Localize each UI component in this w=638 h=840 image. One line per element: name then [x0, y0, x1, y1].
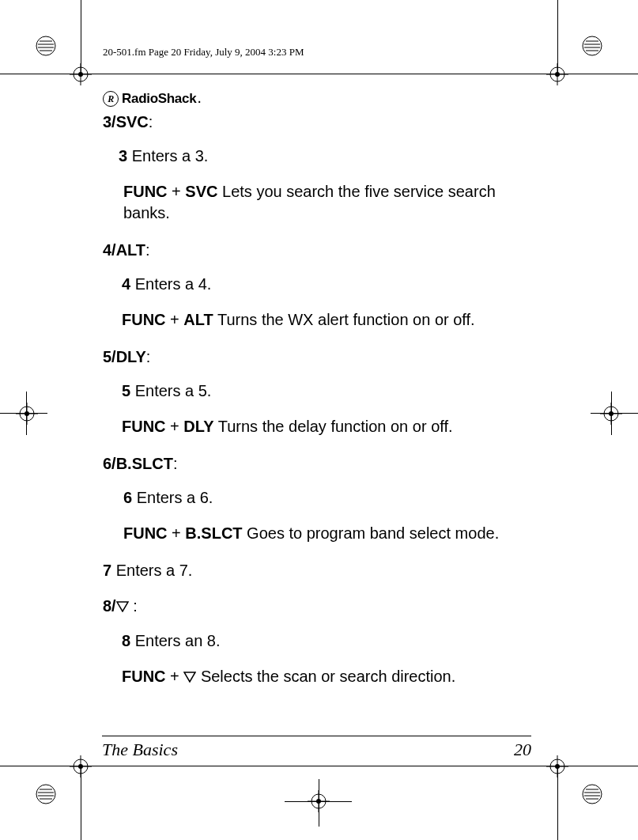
- triangle-down-icon: [183, 667, 196, 688]
- key-label: 3: [119, 147, 127, 165]
- key-label: 4: [122, 275, 130, 293]
- register-mark-icon: [581, 35, 603, 57]
- crosshair-icon: [600, 403, 622, 425]
- entry-3-svc: 3/SVC:: [103, 113, 534, 131]
- plus-text: +: [166, 311, 184, 328]
- svg-marker-48: [117, 602, 128, 611]
- entry-4-alt: 4/ALT:: [103, 241, 534, 259]
- footer-page-number: 20: [514, 740, 531, 760]
- register-mark-icon: [581, 783, 603, 805]
- key-label: FUNC: [123, 183, 168, 200]
- crosshair-icon: [546, 755, 568, 778]
- key-label: 7: [103, 562, 111, 579]
- entry-5-dly: 5/DLY:: [103, 348, 534, 366]
- entry-line: FUNC + Selects the scan or search direct…: [122, 666, 534, 688]
- svg-point-5: [583, 36, 602, 55]
- entry-line: 3 Enters a 3.: [119, 146, 534, 167]
- crosshair-icon: [546, 63, 568, 85]
- entry-colon: :: [146, 348, 151, 365]
- register-mark-icon: [35, 35, 57, 57]
- register-mark-icon: [35, 783, 57, 805]
- brand-name: RadioShack: [122, 91, 196, 107]
- desc-text: Enters a 6.: [132, 489, 213, 506]
- footer-rule: [102, 736, 531, 736]
- key-label: ALT: [183, 311, 213, 328]
- entry-colon: :: [173, 455, 178, 472]
- entry-key: 4/ALT: [103, 241, 145, 259]
- entry-line: 6 Enters a 6.: [123, 487, 534, 509]
- brand-dot: .: [198, 93, 201, 105]
- svg-point-15: [583, 785, 602, 804]
- entry-line: FUNC + SVC Lets you search the five serv…: [123, 181, 534, 224]
- plus-text: +: [168, 524, 186, 542]
- entry-line: FUNC + ALT Turns the WX alert function o…: [122, 309, 534, 331]
- key-label: 6: [123, 489, 132, 506]
- key-label: FUNC: [122, 311, 166, 328]
- svg-point-10: [36, 785, 55, 804]
- entry-colon: :: [145, 241, 150, 259]
- plus-text: +: [166, 418, 184, 435]
- desc-text: Goes to program band select mode.: [243, 524, 500, 542]
- desc-text: Enters a 3.: [127, 147, 208, 165]
- key-label: FUNC: [122, 418, 166, 435]
- crop-tick: [319, 779, 319, 827]
- entry-colon: :: [129, 597, 138, 615]
- entry-7: 7 Enters a 7.: [103, 562, 534, 580]
- key-label: DLY: [183, 418, 213, 435]
- key-label: SVC: [185, 183, 217, 200]
- page-content: R RadioShack. 3/SVC: 3 Enters a 3. FUNC …: [103, 91, 534, 688]
- desc-text: Selects the scan or search direction.: [196, 668, 455, 685]
- footer-section-title: The Basics: [102, 740, 178, 760]
- entry-line: 5 Enters a 5.: [122, 380, 534, 402]
- desc-text: Enters a 4.: [130, 275, 211, 293]
- page-footer: The Basics 20: [102, 736, 531, 760]
- key-label: 5: [122, 382, 130, 399]
- entry-line: 8 Enters an 8.: [122, 630, 534, 652]
- crop-line-bottom: [0, 766, 638, 766]
- entry-6-bslct: 6/B.SLCT:: [103, 455, 534, 473]
- svg-point-0: [36, 36, 55, 55]
- plus-text: +: [168, 183, 186, 200]
- entry-colon: :: [149, 113, 153, 131]
- desc-text: Enters a 7.: [111, 562, 192, 579]
- entry-line: 4 Enters a 4.: [122, 274, 534, 295]
- entry-key: 8/: [103, 597, 116, 615]
- svg-marker-49: [184, 672, 195, 682]
- brand-logo: R RadioShack.: [103, 91, 534, 107]
- triangle-down-icon: [116, 598, 129, 616]
- entry-key: 6/B.SLCT: [103, 455, 173, 472]
- key-label: B.SLCT: [185, 524, 242, 542]
- crosshair-icon: [70, 755, 92, 778]
- plus-text: +: [166, 668, 184, 685]
- crosshair-icon: [70, 63, 92, 85]
- key-label: 8: [122, 632, 130, 649]
- page-meta-header: 20-501.fm Page 20 Friday, July 9, 2004 3…: [103, 46, 304, 59]
- entry-key: 5/DLY: [103, 348, 146, 365]
- key-label: FUNC: [122, 668, 166, 685]
- desc-text: Enters an 8.: [130, 632, 220, 649]
- desc-text: Turns the delay function on or off.: [214, 418, 453, 435]
- desc-text: Turns the WX alert function on or off.: [213, 311, 475, 328]
- entry-8-down: 8/ :: [103, 597, 534, 616]
- desc-text: Enters a 5.: [130, 382, 211, 399]
- registered-mark-icon: R: [103, 91, 119, 107]
- crosshair-icon: [16, 403, 38, 425]
- entry-line: FUNC + DLY Turns the delay function on o…: [122, 416, 534, 437]
- entry-key: 3/SVC: [103, 113, 149, 131]
- key-label: FUNC: [123, 524, 168, 542]
- crop-line-top: [0, 74, 638, 74]
- entry-line: FUNC + B.SLCT Goes to program band selec…: [123, 523, 534, 544]
